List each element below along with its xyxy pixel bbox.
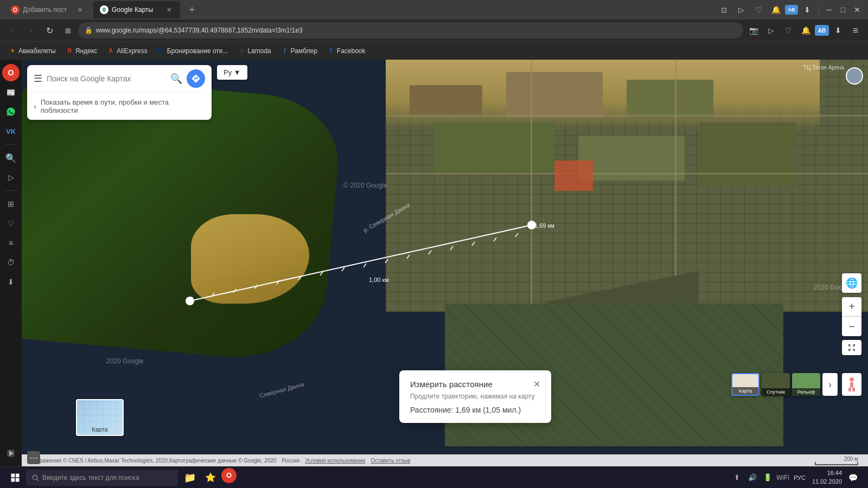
language-text: Ру ▼ xyxy=(224,68,241,76)
wishlist-icon[interactable]: ♡ xyxy=(750,2,767,18)
play-icon[interactable]: ▷ xyxy=(733,2,749,18)
pegman-button[interactable] xyxy=(842,373,861,396)
aviabilety-icon: ✈ xyxy=(9,47,16,55)
menu-button[interactable]: ≡ xyxy=(847,22,864,38)
map-type-satellite[interactable]: Спутник xyxy=(762,373,790,396)
bookmark-rambler-label: Рамблер xyxy=(291,47,317,55)
forward-button[interactable]: › xyxy=(23,22,39,38)
sidebar-history-icon[interactable]: ≡ xyxy=(2,234,20,252)
camera-icon[interactable]: 📷 xyxy=(745,22,762,38)
bell-nav-icon[interactable]: 🔔 xyxy=(797,22,814,38)
maximize-button[interactable]: □ xyxy=(837,3,850,16)
hamburger-icon[interactable]: ☰ xyxy=(34,73,42,85)
road-v1 xyxy=(531,60,532,312)
tab-google-maps[interactable]: Google Карты ✕ xyxy=(93,1,180,18)
tray-clock[interactable]: 16:44 11.02.2020 xyxy=(810,469,844,486)
tray-battery-icon[interactable]: 🔋 xyxy=(761,471,774,484)
search-submit-icon[interactable]: 🔍 xyxy=(170,73,182,85)
bookmark-lamoda[interactable]: la Lamoda xyxy=(233,44,275,58)
download-nav-icon[interactable]: ⬇ xyxy=(830,22,846,38)
address-bar[interactable]: 🔒 www.google.ru/maps/@64.5347739,40.4978… xyxy=(78,22,743,38)
download-icon[interactable]: ⬇ xyxy=(799,2,815,18)
tab-add-post[interactable]: O Добавить пост ✕ xyxy=(4,1,91,18)
taskbar-tray: ⬆ 🔊 🔋 WiFi РУС 16:44 11.02.2020 💬 xyxy=(726,469,864,486)
yandex-icon: Я xyxy=(66,47,73,55)
bookmark-aliexpress[interactable]: A AliExpress xyxy=(103,44,152,58)
bookmark-facebook[interactable]: f Facebook xyxy=(323,44,370,58)
bookmark-aviabilety[interactable]: ✈ Авиабилеты xyxy=(4,44,60,58)
sidebar-downloads-icon[interactable]: ⬇ xyxy=(2,273,20,291)
distance-box-close-button[interactable]: ✕ xyxy=(533,379,540,389)
map-container[interactable]: ТЦ Титан Арена © 2020 Google 2020 Google… xyxy=(22,60,868,466)
taskbar-app-icon-2[interactable]: ⭐ xyxy=(201,468,220,487)
keyboard-language[interactable]: РУС xyxy=(792,474,808,481)
rambler-icon: / xyxy=(281,47,289,55)
taskbar: Введите здесь текст для поиска 📁 ⭐ O ⬆ 🔊… xyxy=(0,466,868,488)
mini-map-dots-button[interactable]: ⋯ xyxy=(27,451,40,464)
taskbar-start-button[interactable] xyxy=(4,469,26,486)
taskbar-search-icon xyxy=(31,474,39,481)
back-button[interactable]: ‹ xyxy=(4,22,21,38)
notifications-icon[interactable]: 🔔 xyxy=(768,2,784,18)
tray-network-icon[interactable]: ⬆ xyxy=(731,471,744,484)
sidebar-news-icon[interactable]: 📰 xyxy=(2,84,20,101)
heart-nav-icon[interactable]: ♡ xyxy=(780,22,796,38)
map-type-terrain[interactable]: Рельеф xyxy=(792,373,820,396)
taskbar-file-explorer[interactable]: 📁 xyxy=(180,468,200,487)
sidebar-whatsapp-icon[interactable] xyxy=(2,103,20,120)
map-type-default[interactable]: Карта xyxy=(731,373,760,396)
taskbar-search[interactable]: Введите здесь текст для поиска xyxy=(26,470,178,486)
translate-nav-icon[interactable]: АВ xyxy=(815,25,829,36)
tray-wifi-icon[interactable]: WiFi xyxy=(776,471,789,484)
sidebar-search-icon[interactable]: 🔍 xyxy=(2,149,20,166)
zoom-out-button[interactable]: − xyxy=(842,317,861,336)
search-subtitle[interactable]: › Показать время в пути, пробки и места … xyxy=(27,93,212,120)
expand-map-button[interactable] xyxy=(842,340,861,355)
refresh-button[interactable]: ↻ xyxy=(41,22,58,38)
map-language-selector[interactable]: Ру ▼ xyxy=(217,65,247,80)
close-button[interactable]: ✕ xyxy=(851,3,864,16)
sidebar-opera-icon[interactable]: O xyxy=(2,64,20,81)
user-avatar[interactable] xyxy=(846,67,863,85)
zoom-in-button[interactable]: + xyxy=(842,297,861,317)
bookmark-booking-label: Бронирование оте... xyxy=(167,47,228,55)
mini-map[interactable]: Карта xyxy=(76,399,124,436)
add-tab-button[interactable]: + xyxy=(184,2,200,17)
svg-rect-28 xyxy=(848,388,851,391)
map-type-terrain-label: Рельеф xyxy=(792,388,820,396)
sidebar-bookmarks-icon[interactable]: ♡ xyxy=(2,215,20,232)
sidebar-flow-icon[interactable]: ▷ xyxy=(2,169,20,186)
bookmark-yandex[interactable]: Я Яндекс xyxy=(61,44,101,58)
city-area: ТЦ Титан Арена xyxy=(386,60,868,312)
sidebar-extensions-icon[interactable]: ⊞ xyxy=(2,195,20,213)
svg-line-31 xyxy=(36,479,39,481)
tab1-close[interactable]: ✕ xyxy=(75,5,85,15)
lamoda-icon: la xyxy=(238,47,245,55)
taskbar-opera-icon[interactable]: O xyxy=(221,468,237,483)
bookmark-lamoda-label: Lamoda xyxy=(247,47,271,55)
snapshot-icon[interactable]: ▷ xyxy=(763,22,779,38)
map-type-expand-button[interactable]: › xyxy=(822,373,838,396)
sidebar-player-icon[interactable] xyxy=(2,445,20,462)
bookmark-aliexpress-label: AliExpress xyxy=(117,47,148,55)
bookmark-rambler[interactable]: / Рамблер xyxy=(277,44,322,58)
minimize-button[interactable]: ─ xyxy=(822,3,835,16)
map-attribution: Изображения © CNES / Airbus,Maxar Techno… xyxy=(22,454,868,466)
attribution-feedback[interactable]: Оставить отзыв xyxy=(371,458,410,464)
tab2-close[interactable]: ✕ xyxy=(164,5,174,15)
sidebar-clock-icon[interactable]: ⏱ xyxy=(2,254,20,271)
translate-icon[interactable]: АВ xyxy=(785,5,798,15)
bookmark-booking[interactable]: B. Бронирование оте... xyxy=(153,44,233,58)
tray-notification-button[interactable]: 💬 xyxy=(846,471,859,484)
cast-icon[interactable]: ⊡ xyxy=(716,2,732,18)
attribution-text-3[interactable]: Условия использования xyxy=(305,458,365,464)
directions-button[interactable] xyxy=(187,69,205,88)
globe-button[interactable]: 🌐 xyxy=(842,273,861,293)
tray-sound-icon[interactable]: 🔊 xyxy=(746,471,759,484)
map-search-input[interactable] xyxy=(47,74,166,83)
landmark-label: ТЦ Титан Арена xyxy=(803,65,844,70)
sidebar-vk-icon[interactable]: VK xyxy=(2,123,20,140)
tab1-favicon: O xyxy=(11,5,20,14)
extensions-button[interactable]: ⊞ xyxy=(60,22,76,38)
attribution-text-1: Изображения © CNES / Airbus,Maxar Techno… xyxy=(27,458,276,464)
